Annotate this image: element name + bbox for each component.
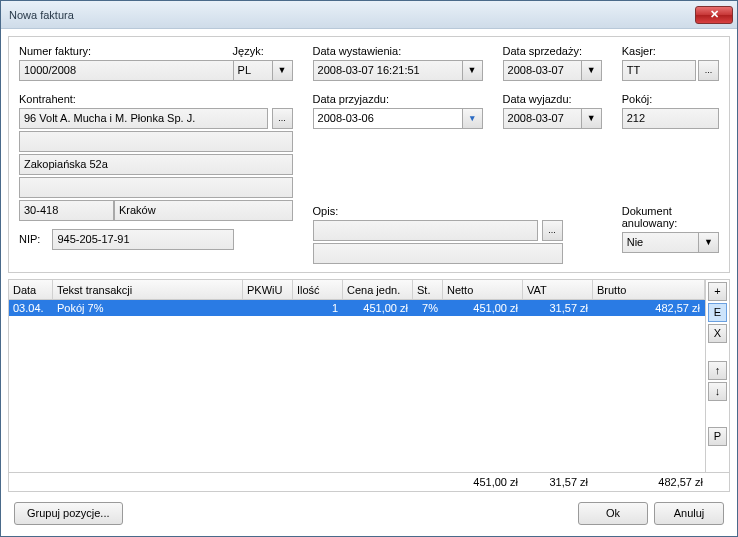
col-pkwiu[interactable]: PKWiU <box>243 280 293 299</box>
move-up-button[interactable]: ↑ <box>708 361 727 380</box>
kontrahent-name-field[interactable]: 96 Volt A. Mucha i M. Płonka Sp. J. <box>19 108 268 129</box>
col-data[interactable]: Data <box>9 280 53 299</box>
data-wyst-dropdown[interactable]: ▼ <box>462 60 483 81</box>
nip-field[interactable]: 945-205-17-91 <box>52 229 234 250</box>
col-tekst[interactable]: Tekst transakcji <box>53 280 243 299</box>
numer-label: Numer faktury: <box>19 45 233 57</box>
numer-field[interactable]: 1000/2008 <box>19 60 233 81</box>
data-przy-label: Data przyjazdu: <box>313 93 483 105</box>
col-brutto[interactable]: Brutto <box>593 280 705 299</box>
edit-row-button[interactable]: E <box>708 303 727 322</box>
col-vat[interactable]: VAT <box>523 280 593 299</box>
dok-anul-dropdown[interactable]: ▼ <box>698 232 719 253</box>
kontrahent-street-field[interactable]: Zakopiańska 52a <box>19 154 293 175</box>
grid-panel: Data Tekst transakcji PKWiU Ilość Cena j… <box>8 279 730 492</box>
data-wyj-label: Data wyjazdu: <box>503 93 602 105</box>
opis-label: Opis: <box>313 205 483 217</box>
kontrahent-label: Kontrahent: <box>19 93 293 105</box>
form-panel: Numer faktury: Język: 1000/2008 PL ▼ <box>8 36 730 273</box>
grupuj-button[interactable]: Grupuj pozycje... <box>14 502 123 525</box>
total-vat: 31,57 zł <box>523 473 593 490</box>
data-wyj-dropdown[interactable]: ▼ <box>581 108 602 129</box>
data-wyst-field[interactable]: 2008-03-07 16:21:51 <box>313 60 462 81</box>
jezyk-dropdown[interactable]: ▼ <box>272 60 293 81</box>
close-button[interactable]: ✕ <box>695 6 733 24</box>
data-sprz-label: Data sprzedaży: <box>503 45 602 57</box>
data-przy-field[interactable]: 2008-03-06 <box>313 108 462 129</box>
kasjer-label: Kasjer: <box>622 45 719 57</box>
totals-row: 451,00 zł 31,57 zł 482,57 zł <box>9 472 729 490</box>
anuluj-button[interactable]: Anuluj <box>654 502 724 525</box>
kontrahent-line2-field[interactable] <box>19 131 293 152</box>
kontrahent-browse-button[interactable]: ... <box>272 108 293 129</box>
pokoj-field[interactable]: 212 <box>622 108 719 129</box>
total-brutto: 482,57 zł <box>593 473 729 490</box>
col-cena[interactable]: Cena jedn. <box>343 280 413 299</box>
pokoj-label: Pokój: <box>622 93 719 105</box>
data-przy-dropdown[interactable]: ▾ <box>462 108 483 129</box>
total-netto: 451,00 zł <box>443 473 523 490</box>
titlebar: Nowa faktura ✕ <box>1 1 737 29</box>
delete-row-button[interactable]: X <box>708 324 727 343</box>
data-wyst-label: Data wystawienia: <box>313 45 483 57</box>
add-row-button[interactable]: + <box>708 282 727 301</box>
col-st[interactable]: St. <box>413 280 443 299</box>
jezyk-label: Język: <box>233 45 293 57</box>
data-wyj-field[interactable]: 2008-03-07 <box>503 108 581 129</box>
invoice-grid[interactable]: Data Tekst transakcji PKWiU Ilość Cena j… <box>9 280 706 472</box>
dok-anul-field[interactable]: Nie <box>622 232 698 253</box>
p-button[interactable]: P <box>708 427 727 446</box>
grid-header: Data Tekst transakcji PKWiU Ilość Cena j… <box>9 280 705 300</box>
kontrahent-zip-field[interactable]: 30-418 <box>19 200 114 221</box>
kontrahent-line4-field[interactable] <box>19 177 293 198</box>
ok-button[interactable]: Ok <box>578 502 648 525</box>
data-sprz-field[interactable]: 2008-03-07 <box>503 60 581 81</box>
dok-anul-label: Dokument anulowany: <box>622 205 719 229</box>
move-down-button[interactable]: ↓ <box>708 382 727 401</box>
col-ilosc[interactable]: Ilość <box>293 280 343 299</box>
jezyk-field[interactable]: PL <box>233 60 272 81</box>
window-title: Nowa faktura <box>9 9 74 21</box>
nip-label: NIP: <box>19 233 40 245</box>
kontrahent-city-field[interactable]: Kraków <box>114 200 293 221</box>
kasjer-browse-button[interactable]: ... <box>698 60 719 81</box>
data-sprz-dropdown[interactable]: ▼ <box>581 60 602 81</box>
table-row[interactable]: 03.04. Pokój 7% 1 451,00 zł 7% 451,00 zł… <box>9 300 705 316</box>
kasjer-field[interactable]: TT <box>622 60 696 81</box>
col-netto[interactable]: Netto <box>443 280 523 299</box>
